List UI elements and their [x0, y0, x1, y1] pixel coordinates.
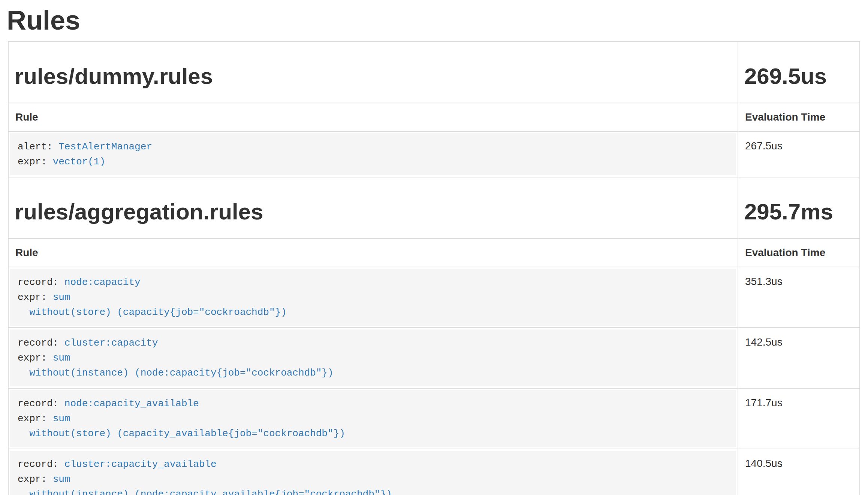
rule-keyword: record: — [18, 459, 64, 470]
rule-expr-link[interactable]: vector(1) — [53, 156, 105, 167]
eval-time-cell: 142.5us — [738, 328, 860, 388]
rule-code-block: record: node:capacityexpr: sum without(s… — [10, 269, 736, 326]
group-header-row: rules/aggregation.rules 295.7ms — [8, 177, 860, 239]
expr-keyword: expr: — [18, 292, 53, 303]
group-eval-total-cell: 269.5us — [738, 42, 860, 103]
eval-time-value: 140.5us — [745, 458, 783, 469]
group-header-row: rules/dummy.rules 269.5us — [8, 42, 860, 103]
rule-expr-link[interactable]: sum without(store) (capacity{job="cockro… — [18, 292, 287, 318]
rule-code-block: alert: TestAlertManagerexpr: vector(1) — [10, 133, 736, 175]
rule-row: alert: TestAlertManagerexpr: vector(1) 2… — [8, 131, 860, 177]
group-eval-total: 269.5us — [744, 64, 853, 89]
column-header-rule: Rule — [8, 103, 738, 131]
column-header-rule: Rule — [8, 239, 738, 267]
column-header-eval-time: Evaluation Time — [738, 239, 860, 267]
eval-time-cell: 267.5us — [738, 131, 860, 177]
column-header-eval-time: Evaluation Time — [738, 103, 860, 131]
group-file-heading: rules/aggregation.rules — [15, 199, 732, 225]
rule-row: record: cluster:capacity_availableexpr: … — [8, 449, 860, 495]
expr-keyword: expr: — [18, 413, 53, 424]
rule-keyword: record: — [18, 337, 64, 349]
group-eval-total: 295.7ms — [744, 199, 853, 225]
rule-keyword: record: — [18, 277, 64, 288]
rules-table: rules/dummy.rules 269.5us Rule Evaluatio… — [8, 41, 860, 495]
rule-code-block: record: node:capacity_availableexpr: sum… — [10, 390, 736, 447]
eval-time-value: 351.3us — [745, 276, 783, 287]
rule-name-link[interactable]: node:capacity — [64, 277, 141, 288]
group-eval-total-cell: 295.7ms — [738, 177, 860, 239]
column-header-row: Rule Evaluation Time — [8, 239, 860, 267]
rule-code-block: record: cluster:capacity_availableexpr: … — [10, 451, 736, 495]
rule-cell: record: node:capacityexpr: sum without(s… — [8, 267, 738, 328]
group-file-cell: rules/dummy.rules — [8, 42, 738, 103]
eval-time-value: 171.7us — [745, 397, 783, 409]
rule-row: record: node:capacity_availableexpr: sum… — [8, 388, 860, 449]
rule-row: record: cluster:capacityexpr: sum withou… — [8, 328, 860, 388]
rule-expr-link[interactable]: sum without(store) (capacity_available{j… — [18, 413, 345, 439]
rule-expr-link[interactable]: sum without(instance) (node:capacity_ava… — [18, 474, 392, 495]
eval-time-cell: 351.3us — [738, 267, 860, 328]
page-title: Rules — [7, 4, 860, 36]
rule-cell: record: node:capacity_availableexpr: sum… — [8, 388, 738, 449]
rule-row: record: node:capacityexpr: sum without(s… — [8, 267, 860, 328]
eval-time-value: 142.5us — [745, 336, 783, 348]
rule-code-block: record: cluster:capacityexpr: sum withou… — [10, 330, 736, 386]
rule-name-link[interactable]: cluster:capacity — [64, 337, 158, 349]
rule-cell: record: cluster:capacity_availableexpr: … — [8, 449, 738, 495]
eval-time-cell: 171.7us — [738, 388, 860, 449]
eval-time-cell: 140.5us — [738, 449, 860, 495]
group-file-heading: rules/dummy.rules — [15, 64, 732, 89]
expr-keyword: expr: — [18, 156, 53, 167]
rule-cell: record: cluster:capacityexpr: sum withou… — [8, 328, 738, 388]
group-file-cell: rules/aggregation.rules — [8, 177, 738, 239]
rule-name-link[interactable]: node:capacity_available — [64, 398, 199, 409]
rules-page: Rules rules/dummy.rules 269.5us Rule Eva… — [0, 0, 868, 495]
rule-keyword: alert: — [18, 141, 58, 152]
rule-cell: alert: TestAlertManagerexpr: vector(1) — [8, 131, 738, 177]
expr-keyword: expr: — [18, 474, 53, 485]
column-header-row: Rule Evaluation Time — [8, 103, 860, 131]
eval-time-value: 267.5us — [745, 140, 783, 152]
expr-keyword: expr: — [18, 352, 53, 364]
rule-expr-link[interactable]: sum without(instance) (node:capacity{job… — [18, 352, 334, 379]
rule-keyword: record: — [18, 398, 64, 409]
rule-name-link[interactable]: TestAlertManager — [58, 141, 152, 152]
rule-name-link[interactable]: cluster:capacity_available — [64, 459, 217, 470]
